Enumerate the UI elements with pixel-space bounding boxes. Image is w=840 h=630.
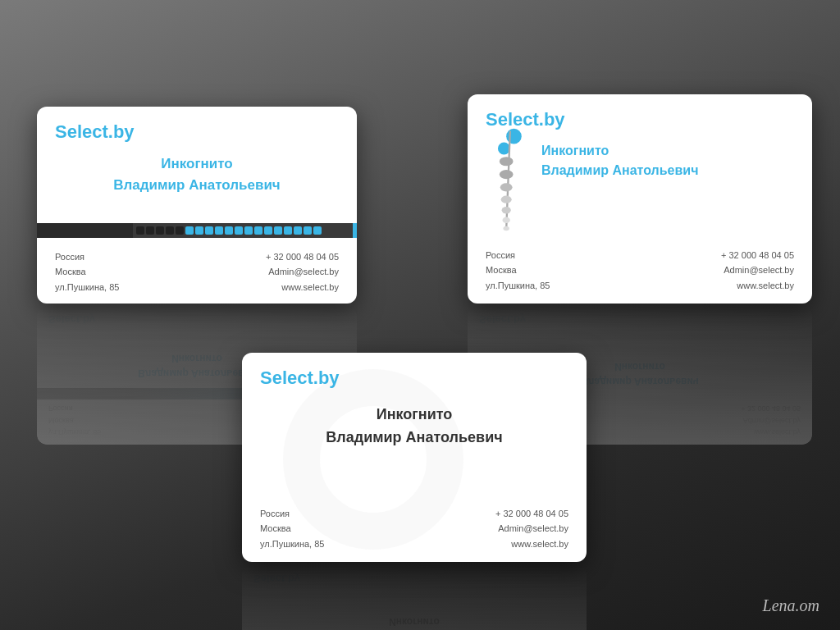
card2-name-area: Инкогнито Владимир Анатольевич: [541, 144, 796, 178]
card3-address1: Россия: [260, 507, 324, 521]
svg-point-6: [501, 196, 512, 203]
business-card-2: Select.by Инкогнито Владимир Анатольевич…: [468, 94, 812, 304]
card2-name-line2: Владимир Анатольевич: [541, 163, 796, 178]
business-card-1: Select.by Инкогнито Владимир Анатольевич: [37, 107, 357, 304]
svg-point-3: [500, 157, 514, 166]
card3-logo: Select.by: [260, 368, 340, 389]
card1-name-line2: Владимир Анатольевич: [37, 177, 357, 194]
card3-name-line2: Владимир Анатольевич: [242, 429, 587, 446]
card1-footer-left: Россия Москва ул.Пушкина, 85: [55, 250, 119, 294]
card2-name-line1: Инкогнито: [541, 144, 796, 158]
card3-email: Admin@select.by: [495, 522, 568, 536]
card1-address2: Москва: [55, 265, 119, 279]
card3-address3: ул.Пушкина, 85: [260, 537, 324, 551]
card1-address1: Россия: [55, 250, 119, 264]
card1-phone: + 32 000 48 04 05: [266, 250, 339, 264]
card1-strip: [37, 223, 357, 238]
svg-point-8: [503, 217, 510, 223]
svg-point-9: [503, 226, 509, 231]
card1-name-line1: Инкогнито: [37, 156, 357, 172]
svg-point-1: [498, 143, 510, 155]
signature: Lena.om: [763, 596, 819, 615]
card2-phone: + 32 000 48 04 05: [721, 249, 794, 262]
card1-name-area: Инкогнито Владимир Анатольевич: [37, 156, 357, 194]
card2-footer: Россия Москва ул.Пушкина, 85 + 32 000 48…: [486, 249, 794, 293]
card3-footer: Россия Москва ул.Пушкина, 85 + 32 000 48…: [260, 507, 568, 551]
card2-email: Admin@select.by: [721, 263, 794, 277]
card3-footer-right: + 32 000 48 04 05 Admin@select.by www.se…: [495, 507, 568, 551]
svg-point-7: [502, 207, 511, 213]
card3-phone: + 32 000 48 04 05: [495, 507, 568, 521]
card2-address2: Москва: [486, 263, 550, 277]
card3-name-area: Инкогнито Владимир Анатольевич: [242, 406, 587, 446]
card1-logo: Select.by: [55, 121, 135, 143]
spine-icon: [486, 127, 531, 234]
card3-website: www.select.by: [495, 537, 568, 551]
reflection-card-3: ул.Пушкина, 85 Москва Россия www.select.…: [242, 564, 587, 630]
business-card-3: Select.by Инкогнито Владимир Анатольевич…: [242, 353, 587, 562]
card1-footer-right: + 32 000 48 04 05 Admin@select.by www.se…: [266, 250, 339, 294]
card1-website: www.select.by: [266, 281, 339, 294]
card3-address2: Москва: [260, 522, 324, 536]
card1-footer: Россия Москва ул.Пушкина, 85 + 32 000 48…: [55, 250, 339, 294]
card2-footer-left: Россия Москва ул.Пушкина, 85: [486, 249, 550, 293]
svg-point-0: [506, 129, 522, 144]
svg-point-4: [500, 170, 514, 179]
card3-name-line1: Инкогнито: [242, 406, 587, 423]
card1-email: Admin@select.by: [266, 265, 339, 279]
card2-website: www.select.by: [721, 279, 794, 293]
card2-footer-right: + 32 000 48 04 05 Admin@select.by www.se…: [721, 249, 794, 293]
card2-address3: ул.Пушкина, 85: [486, 279, 550, 293]
svg-point-5: [500, 183, 513, 191]
card2-address1: Россия: [486, 249, 550, 262]
card3-footer-left: Россия Москва ул.Пушкина, 85: [260, 507, 324, 551]
card1-address3: ул.Пушкина, 85: [55, 281, 119, 294]
